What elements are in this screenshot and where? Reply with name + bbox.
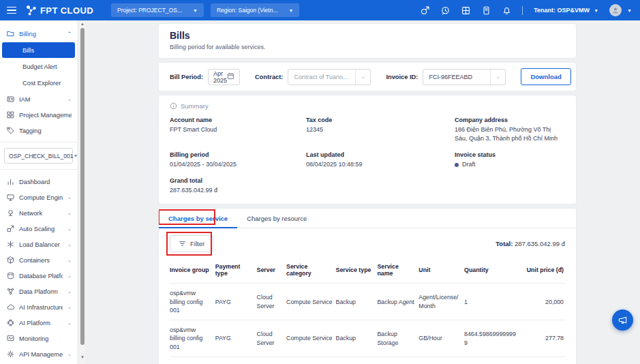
sidebar-item-ai-platform[interactable]: AI Platform⌄ (0, 315, 77, 331)
dashboard-icon (7, 178, 14, 185)
table-cell: Backup (336, 284, 378, 320)
project-management-icon (7, 111, 14, 119)
summary-field-account-name: Account name FPT Smart Cloud (170, 117, 306, 143)
sidebar-item-auto-scaling[interactable]: Auto Scaling⌄ (0, 221, 77, 237)
bill-period-input[interactable]: Apr 2025 (208, 69, 240, 85)
sidebar-item-load-balancer[interactable]: Load Balancer⌄ (0, 237, 77, 252)
scrollbar-thumb[interactable] (80, 28, 85, 345)
filter-icon (179, 240, 186, 247)
sidebar-item-database-platform[interactable]: Database Platform⌄ (0, 268, 77, 284)
sidebar-item-cost-explorer[interactable]: Cost Explorer (2, 75, 75, 91)
fpt-molecule-icon (26, 5, 37, 16)
sidebar-item-compute-engine[interactable]: Compute Engine⌄ (0, 189, 77, 205)
table-cell: osp&vmw billing config 001 (170, 357, 215, 364)
tenant-selector[interactable]: Tenant: OSP&VMW▼ (534, 7, 598, 14)
tab-charges-by-resource[interactable]: Charges by resource (237, 209, 316, 228)
ai-platform-icon (7, 319, 14, 327)
sidebar-item-api-management[interactable]: API Management⌄ (0, 346, 77, 362)
network-icon (7, 209, 14, 217)
scrollbar-up-arrow-icon[interactable]: ▲ (80, 21, 85, 27)
sidebar-item-ai-infrastructure[interactable]: AI Infrastructure⌄ (0, 299, 77, 315)
summary-field-company-address: Company address 186 Điện Biên Phủ, Phườn… (455, 117, 565, 143)
chevron-down-icon: ▼ (289, 8, 294, 13)
megaphone-icon (618, 315, 628, 325)
sidebar-item-data-platform[interactable]: Data Platform⌄ (0, 284, 77, 299)
charges-card: Charges by service Charges by resource F… (159, 209, 576, 364)
draft-status-dot (455, 163, 459, 167)
auto-scaling-icon (7, 225, 14, 232)
page-header-card: Bills Billing period for available servi… (159, 24, 576, 58)
download-button[interactable]: Download (521, 68, 570, 85)
sidebar-item-tagging[interactable]: Tagging (0, 123, 77, 138)
column-header: Quantity (464, 258, 519, 284)
services-grid-icon[interactable] (461, 5, 470, 15)
column-header: Unit price (đ) (519, 258, 565, 284)
support-history-icon[interactable] (440, 5, 450, 15)
sidebar-item-monitoring[interactable]: Monitoring (0, 331, 77, 346)
sidebar-item-iam[interactable]: IAM ⌄ (0, 91, 77, 107)
table-row: osp&vmw billing config 001PAYGCloud Serv… (170, 320, 565, 357)
table-header-row: Invoice groupPayment typeServerService c… (170, 258, 565, 284)
table-cell: 1,388.89 (519, 357, 565, 364)
chevron-down-icon: ⌄ (67, 257, 72, 263)
chevron-down-icon: ⌄ (355, 70, 370, 85)
fpt-cloud-logo[interactable]: FPT CLOUD (26, 5, 93, 16)
documentation-icon[interactable] (481, 5, 491, 15)
database-platform-icon (7, 272, 14, 279)
quick-start-icon[interactable] (420, 5, 429, 15)
sidebar-scrollbar[interactable]: ▲ ▼ (80, 20, 85, 364)
table-row: osp&vmw billing config 001PAYGCloud Serv… (170, 357, 565, 364)
feedback-fab[interactable] (612, 309, 633, 331)
table-cell: Cloud Server (257, 284, 287, 320)
containers-icon (7, 256, 14, 264)
project-select-section: OSP_CHECK_BILL_001 ▼ (0, 142, 77, 170)
region-selector[interactable]: Region: Saigon (Vietn...▼ (211, 3, 300, 17)
sidebar-item-network[interactable]: Network⌄ (0, 205, 77, 221)
user-avatar[interactable] (609, 4, 622, 16)
table-cell: Compute Service (286, 357, 336, 364)
sidebar-item-bills[interactable]: Bills (2, 42, 75, 58)
sidebar-item-budget-alert[interactable]: Budget Alert (2, 59, 75, 74)
chevron-down-icon[interactable]: ▼ (627, 8, 632, 13)
table-cell: Compute Service (286, 320, 336, 357)
table-cell: vCPU/Hour (418, 357, 464, 364)
invoice-id-select[interactable]: FCI-96FEEABD ⌄ (423, 69, 506, 85)
sidebar-item-dashboard[interactable]: Dashboard (0, 174, 77, 189)
filter-button[interactable]: Filter (170, 235, 213, 252)
table-cell: Backup Storage (377, 320, 418, 357)
chevron-down-icon: ⌄ (67, 210, 72, 216)
table-cell: CPU (336, 357, 378, 364)
header-divider (522, 6, 523, 15)
contract-select[interactable]: Contract of Tuannn52... ⌄ (288, 69, 371, 85)
sidebar-item-containers[interactable]: Containers⌄ (0, 252, 77, 268)
filter-bar-card: Bill Period: Apr 2025 Contract: Contract… (159, 63, 576, 91)
table-cell: PAYG (215, 284, 257, 320)
sidebar-item-billing[interactable]: Billing ⌃ (0, 26, 77, 42)
table-cell: PAYG (215, 357, 257, 364)
tab-charges-by-service[interactable]: Charges by service (159, 209, 237, 228)
summary-field-tax-code: Tax code 12345 (306, 117, 455, 143)
data-platform-icon (7, 288, 14, 295)
table-cell: Cloud Server (257, 320, 287, 357)
charges-table: Invoice groupPayment typeServerService c… (170, 258, 565, 364)
table-cell: osp&vmw billing config 001 (170, 284, 215, 320)
summary-card: Summary Account name FPT Smart Cloud Tax… (159, 95, 576, 204)
top-header: FPT CLOUD Project: PROJECT_OS...▼ Region… (0, 0, 640, 20)
project-select[interactable]: OSP_CHECK_BILL_001 ▼ (4, 148, 73, 164)
bill-period-label: Bill Period: (170, 74, 203, 80)
calendar-icon (227, 72, 234, 81)
chevron-down-icon: ▼ (193, 8, 198, 13)
total-line: Total: 287.635.042.99 đ (496, 240, 565, 247)
column-header: Unit (418, 258, 464, 284)
load-balancer-icon (7, 241, 14, 248)
chevron-down-icon: ▼ (74, 153, 77, 158)
total-value: 287.635.042.99 đ (515, 240, 565, 247)
sidebar-item-project-management[interactable]: Project Management (0, 107, 77, 123)
logo-text: FPT CLOUD (40, 5, 93, 16)
hamburger-menu-icon[interactable] (7, 7, 16, 14)
compute-engine-icon (7, 194, 14, 201)
project-selector[interactable]: Project: PROJECT_OS...▼ (111, 3, 204, 17)
scrollbar-down-arrow-icon[interactable]: ▼ (80, 354, 85, 360)
monitoring-icon (7, 335, 14, 342)
notifications-bell-icon[interactable] (502, 5, 511, 15)
